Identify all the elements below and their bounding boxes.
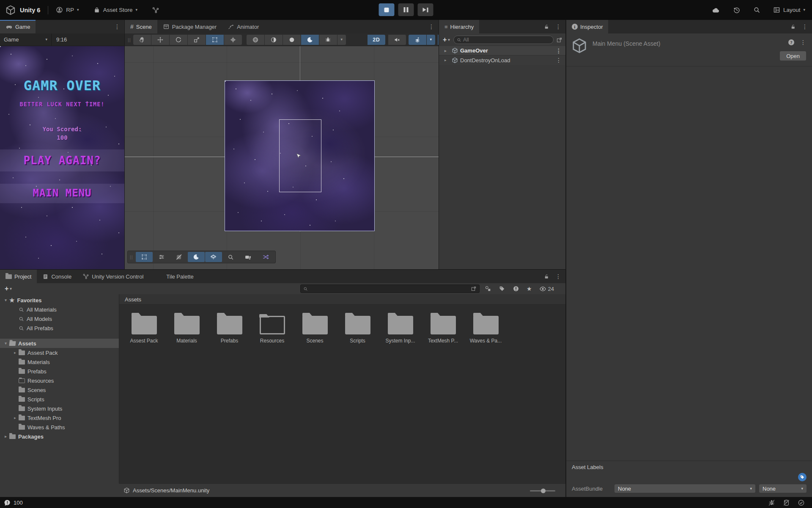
inspector-panel-menu-icon[interactable]: ⋮: [802, 24, 808, 30]
cache-server-disconnected-icon[interactable]: [783, 499, 790, 506]
expand-arrow-icon[interactable]: ▸: [444, 49, 450, 53]
hierarchy-item-dontdestroyonload[interactable]: ▸ DontDestroyOnLoad ⋮: [439, 55, 565, 65]
rotate-tool-button[interactable]: [170, 35, 187, 45]
expand-arrow-icon[interactable]: ▸: [444, 58, 450, 62]
tree-item-materials[interactable]: Materials: [0, 357, 119, 367]
tree-item-textmesh-pro[interactable]: ▸ TextMesh Pro: [0, 413, 119, 422]
cloud-button[interactable]: [712, 6, 720, 14]
play-again-label[interactable]: PLAY AGAIN?: [0, 154, 124, 167]
console-message-badge[interactable]: 100: [4, 499, 23, 506]
tab-tile-palette[interactable]: Tile Palette: [161, 270, 199, 283]
version-control-button[interactable]: [152, 6, 159, 14]
scale-tool-button[interactable]: [188, 35, 206, 45]
tree-item-waves-paths[interactable]: Waves & Paths: [0, 422, 119, 432]
overlay-grid-snapping-button[interactable]: [205, 252, 222, 262]
overlay-camera-preview-button[interactable]: [240, 252, 257, 262]
lock-icon[interactable]: [544, 24, 549, 30]
hierarchy-add-button[interactable]: +▾: [442, 36, 451, 44]
search-button[interactable]: [753, 6, 760, 14]
expand-arrow-icon[interactable]: ▸: [11, 351, 19, 355]
tab-game[interactable]: Game: [0, 20, 36, 33]
hierarchy-panel-menu-icon[interactable]: ⋮: [555, 24, 561, 30]
lock-icon[interactable]: [790, 24, 796, 30]
lock-icon[interactable]: [544, 274, 549, 279]
overlay-grid-toggle-button[interactable]: [170, 252, 187, 262]
asset-menu-icon[interactable]: ⋮: [800, 39, 806, 45]
expand-arrow-icon[interactable]: ▾: [2, 298, 9, 302]
background-tasks-icon[interactable]: [798, 499, 805, 506]
scene-panel-menu-icon[interactable]: ⋮: [428, 24, 434, 30]
project-add-button[interactable]: +▾: [4, 285, 13, 293]
project-search-input[interactable]: [310, 286, 469, 292]
overlay-rect-tool-button[interactable]: [136, 252, 153, 262]
asset-folder-prefabs[interactable]: Prefabs: [209, 310, 250, 344]
hidden-packages-icon[interactable]: [513, 285, 519, 292]
project-search-field[interactable]: [300, 284, 480, 293]
tree-item-scenes[interactable]: Scenes: [0, 385, 119, 395]
open-in-window-icon[interactable]: [556, 37, 562, 43]
tab-unity-version-control[interactable]: Unity Version Control: [77, 270, 149, 283]
open-in-window-icon[interactable]: [471, 286, 477, 292]
expand-arrow-icon[interactable]: ▸: [2, 434, 9, 439]
asset-folder-scenes[interactable]: Scenes: [294, 310, 335, 344]
tab-scene[interactable]: # Scene: [125, 20, 157, 33]
expand-arrow-icon[interactable]: ▾: [2, 341, 9, 345]
scene-effects-dropdown[interactable]: ▾: [427, 35, 435, 45]
undo-history-button[interactable]: [733, 6, 741, 14]
tree-item-all-prefabs[interactable]: All Prefabs: [0, 323, 119, 333]
visibility-count-toggle[interactable]: 24: [539, 285, 554, 293]
asset-folder-waves-paths[interactable]: Waves & Pa...: [465, 310, 506, 344]
overlay-drag-handle[interactable]: ||: [130, 254, 133, 260]
asset-label-tag-button[interactable]: [798, 473, 807, 481]
tree-item-packages[interactable]: ▸ Packages: [0, 432, 119, 441]
tab-inspector[interactable]: i Inspector: [566, 20, 608, 33]
transform-tool-button[interactable]: [224, 35, 242, 45]
overlay-random-button[interactable]: [257, 252, 274, 262]
item-menu-icon[interactable]: ⋮: [556, 48, 562, 54]
asset-folder-textmesh-pro[interactable]: TextMesh P...: [422, 310, 464, 344]
search-by-label-icon[interactable]: [499, 285, 505, 292]
scene-visibility-toggle[interactable]: [438, 35, 439, 45]
tree-item-system-inputs[interactable]: System Inputs: [0, 404, 119, 413]
tree-item-all-materials[interactable]: All Materials: [0, 305, 119, 314]
tab-animator[interactable]: Animator: [222, 20, 264, 33]
tab-package-manager[interactable]: Package Manager: [157, 20, 222, 33]
scene-effects-toggle[interactable]: [409, 35, 426, 45]
display-dropdown[interactable]: Game ▾: [0, 33, 52, 46]
hierarchy-search-field[interactable]: [453, 36, 554, 44]
pause-button[interactable]: [398, 3, 414, 16]
move-tool-button[interactable]: [151, 35, 169, 45]
tree-item-prefabs[interactable]: Prefabs: [0, 367, 119, 376]
toolbar-drag-handle[interactable]: ||: [128, 37, 131, 42]
tree-item-assets[interactable]: ▾ Assets: [0, 339, 119, 348]
tree-item-assest-pack[interactable]: ▸ Assest Pack: [0, 348, 119, 357]
render-mode-button[interactable]: [283, 35, 301, 45]
debugger-disabled-icon[interactable]: [768, 499, 775, 506]
assetbundle-dropdown[interactable]: None ▾: [614, 484, 755, 493]
tree-item-resources[interactable]: Resources: [0, 376, 119, 385]
overlay-settings-button[interactable]: [153, 252, 170, 262]
thumbnail-size-slider[interactable]: [530, 484, 555, 497]
view-tool-button[interactable]: [133, 35, 151, 45]
aspect-ratio-dropdown[interactable]: 9:16: [52, 33, 71, 46]
tree-item-scripts[interactable]: Scripts: [0, 395, 119, 404]
main-menu-label[interactable]: MAIN MENU: [0, 187, 124, 199]
tab-hierarchy[interactable]: ≡ Hierarchy: [439, 20, 479, 33]
rect-tool-button[interactable]: [206, 35, 224, 45]
asset-folder-assest-pack[interactable]: Assest Pack: [123, 310, 165, 344]
asset-folder-system-inputs[interactable]: System Inp...: [380, 310, 421, 344]
game-panel-menu-icon[interactable]: ⋮: [114, 24, 120, 30]
2d-mode-toggle[interactable]: 2D: [368, 35, 385, 45]
overlay-search-button[interactable]: [222, 252, 239, 262]
assetbundle-variant-dropdown[interactable]: None ▾: [759, 484, 807, 493]
asset-folder-resources[interactable]: Resources: [252, 310, 293, 344]
debug-draw-mode-button[interactable]: [319, 35, 337, 45]
draw-mode-dropdown[interactable]: ▾: [337, 35, 346, 45]
scene-viewport[interactable]: ||: [125, 46, 439, 269]
audio-mute-toggle[interactable]: [388, 35, 406, 45]
tree-item-all-models[interactable]: All Models: [0, 314, 119, 323]
tab-project[interactable]: Project: [0, 270, 37, 283]
tree-item-favorites[interactable]: ▾ ★ Favorites: [0, 295, 119, 305]
layout-dropdown[interactable]: Layout ▾: [773, 6, 805, 14]
help-icon[interactable]: ?: [788, 39, 794, 45]
